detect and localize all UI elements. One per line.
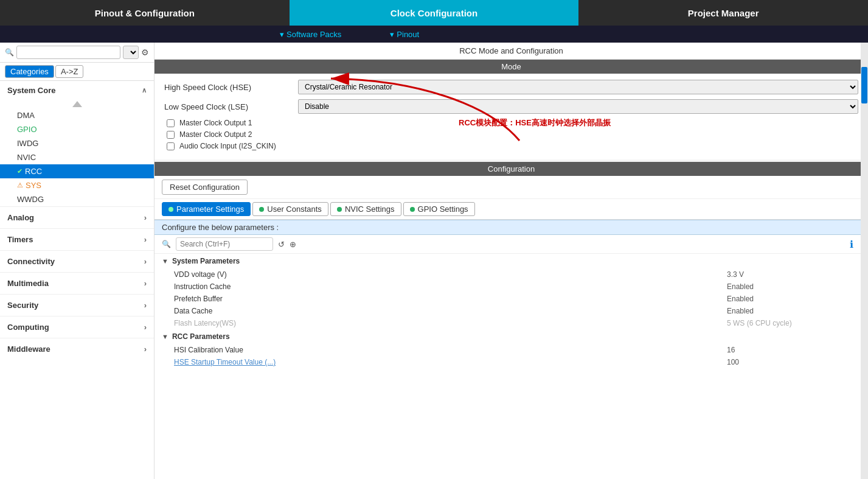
mode-section: Mode High Speed Clock (HSE) Crystal/Cera… <box>155 60 868 159</box>
chevron-right-icon-analog: › <box>144 213 147 222</box>
chevron-down-icon-rcc: ▼ <box>162 333 168 340</box>
search-params-input[interactable] <box>176 237 273 251</box>
group-rcc-parameters: ▼ RCC Parameters HSI Calibration Value 1… <box>155 329 868 368</box>
mode-section-header: Mode <box>155 60 868 74</box>
hse-select[interactable]: Crystal/Ceramic Resonator <box>298 80 858 94</box>
param-row-hsi-cal: HSI Calibration Value 16 <box>155 344 868 356</box>
nav-pinout[interactable]: ▾ Pinout <box>390 30 419 39</box>
lse-select[interactable]: Disable <box>298 99 858 114</box>
chevron-down-icon-system: ▼ <box>162 257 168 265</box>
param-row-data-cache: Data Cache Enabled <box>155 305 868 317</box>
dot-icon2 <box>259 207 264 212</box>
tree-item-sys[interactable]: ⚠ SYS <box>0 178 154 192</box>
sidebar-section-multimedia: Multimedia › <box>0 272 154 294</box>
chevron-right-icon-computing: › <box>144 323 147 332</box>
mco2-label: Master Clock Output 2 <box>179 130 252 139</box>
chevron-right-icon-security: › <box>144 301 147 310</box>
chevron-up-icon: ∧ <box>142 86 147 94</box>
hse-label: High Speed Clock (HSE) <box>164 83 292 92</box>
chevron-right-icon-timers: › <box>144 235 147 244</box>
dot-icon4 <box>410 207 415 212</box>
checkmark-icon: ✔ <box>17 167 23 175</box>
audio-checkbox[interactable] <box>167 142 175 150</box>
chevron-right-icon-multimedia: › <box>144 279 147 288</box>
sidebar-search-input[interactable] <box>16 46 120 59</box>
chevron-right-icon-connectivity: › <box>144 257 147 266</box>
sidebar-section-analog: Analog › <box>0 206 154 228</box>
sidebar-section-system-core: System Core ∧ DMA GPIO IWDG NVI <box>0 81 154 206</box>
param-row-hse-timeout: HSE Startup Timeout Value (...) 100 <box>155 356 868 368</box>
config-tab-user-constants[interactable]: User Constants <box>252 202 328 216</box>
tree-item-gpio[interactable]: GPIO <box>0 122 154 136</box>
sidebar-section-computing: Computing › <box>0 316 154 338</box>
search-params-icon: 🔍 <box>162 240 171 248</box>
info-icon[interactable]: ℹ <box>850 239 853 250</box>
sidebar-section-timers: Timers › <box>0 228 154 250</box>
warning-icon: ⚠ <box>17 181 23 189</box>
config-section: Configuration Reset Configuration Parame… <box>155 162 868 479</box>
sidebar-filter-dropdown[interactable] <box>123 46 139 59</box>
checkbox-mco2: Master Clock Output 2 <box>164 130 858 139</box>
sidebar-section-middleware: Middleware › <box>0 338 154 360</box>
mco1-label: Master Clock Output 1 <box>179 119 252 127</box>
search-icon: 🔍 <box>5 48 14 57</box>
config-tab-nvic-settings[interactable]: NVIC Settings <box>330 202 401 216</box>
mco1-checkbox[interactable] <box>167 119 175 127</box>
config-tab-gpio-settings[interactable]: GPIO Settings <box>403 202 475 216</box>
right-scrollbar[interactable] <box>861 43 868 479</box>
tab-project-manager[interactable]: Project Manager <box>578 0 868 26</box>
tree-item-rcc[interactable]: ✔ RCC <box>0 164 154 178</box>
param-row-prefetch-buffer: Prefetch Buffer Enabled <box>155 293 868 305</box>
lse-label: Low Speed Clock (LSE) <box>164 102 292 111</box>
expand-all-icon[interactable]: ⊕ <box>290 240 296 249</box>
tab-pinout-config[interactable]: Pinout & Configuration <box>0 0 290 26</box>
checkbox-audio: Audio Clock Input (I2S_CKIN) <box>164 142 858 150</box>
sidebar-section-security: Security › <box>0 294 154 316</box>
reset-config-button[interactable]: Reset Configuration <box>162 180 248 195</box>
reset-search-icon[interactable]: ↺ <box>278 240 285 249</box>
param-row-flash-latency: Flash Latency(WS) 5 WS (6 CPU cycle) <box>155 317 868 329</box>
audio-label: Audio Clock Input (I2S_CKIN) <box>179 142 276 150</box>
group-system-parameters: ▼ System Parameters VDD voltage (V) 3.3 … <box>155 254 868 329</box>
configure-text-bar: Configure the below parameters : <box>155 220 868 235</box>
config-section-header: Configuration <box>155 162 868 176</box>
param-row-vdd: VDD voltage (V) 3.3 V <box>155 268 868 281</box>
tab-clock-config[interactable]: Clock Configuration <box>290 0 579 26</box>
sidebar: 🔍 ⚙ Categories A->Z System Core ∧ <box>0 43 155 479</box>
dot-icon3 <box>337 207 342 212</box>
tree-item-wwdg[interactable]: WWDG <box>0 192 154 206</box>
scroll-up-handle[interactable] <box>72 101 82 107</box>
mco2-checkbox[interactable] <box>167 131 175 139</box>
tree-item-iwdg[interactable]: IWDG <box>0 136 154 150</box>
sidebar-section-connectivity: Connectivity › <box>0 250 154 272</box>
dot-icon <box>168 207 173 212</box>
tree-item-nvic[interactable]: NVIC <box>0 150 154 164</box>
tree-item-dma[interactable]: DMA <box>0 108 154 122</box>
sidebar-tab-categories[interactable]: Categories <box>5 65 54 78</box>
nav-software-packs[interactable]: ▾ Software Packs <box>280 30 341 39</box>
config-tab-parameter-settings[interactable]: Parameter Settings <box>162 202 251 216</box>
settings-icon[interactable]: ⚙ <box>141 47 149 57</box>
sidebar-tab-az[interactable]: A->Z <box>55 65 84 78</box>
annotation-text: RCC模块配置：HSE高速时钟选择外部晶振 <box>459 116 611 128</box>
rcc-title-bar: RCC Mode and Configuration <box>155 43 868 60</box>
chevron-right-icon-middleware: › <box>144 344 147 354</box>
param-row-instruction-cache: Instruction Cache Enabled <box>155 281 868 293</box>
